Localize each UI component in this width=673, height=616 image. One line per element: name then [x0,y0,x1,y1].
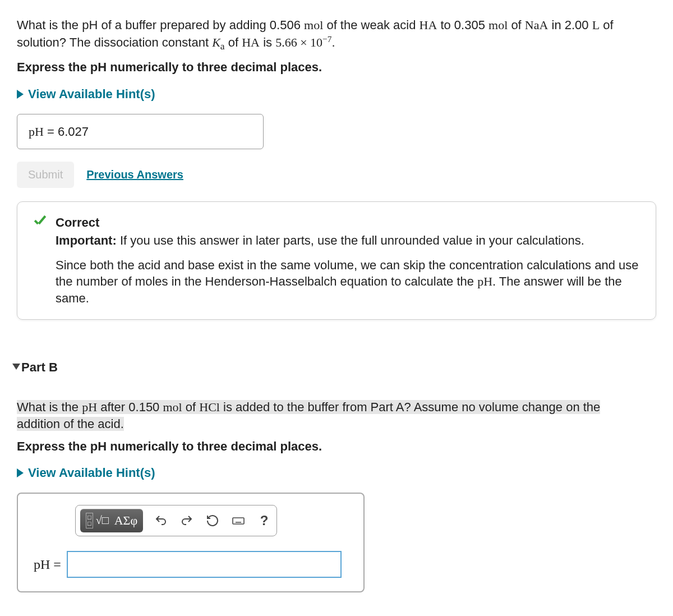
keyboard-icon[interactable] [231,513,246,528]
undo-icon[interactable] [153,513,169,528]
view-hints-button-b[interactable]: View Available Hint(s) [17,465,656,481]
reset-icon[interactable] [205,513,220,528]
submit-button: Submit [17,162,74,188]
part-b-header[interactable]: Part B [17,359,656,376]
chevron-right-icon [17,468,24,477]
svg-rect-0 [233,518,244,524]
answer-label: pH = [34,555,61,573]
part-a-instruction: Express the pH numerically to three deci… [17,59,656,76]
chevron-right-icon [17,90,24,99]
ph-input[interactable] [67,551,342,578]
view-hints-button[interactable]: View Available Hint(s) [17,86,656,103]
part-b-question: What is the pH after 0.150 mol of HCl is… [17,399,656,432]
previous-answers-link[interactable]: Previous Answers [86,167,183,182]
redo-icon[interactable] [179,513,195,528]
chevron-down-icon [12,364,20,370]
part-a-question: What is the pH of a buffer prepared by a… [17,17,656,53]
part-a-answer-display: pH = 6.027 [17,114,264,150]
feedback-panel: Correct Important: If you use this answe… [17,201,656,319]
help-icon[interactable]: ? [256,513,272,528]
part-b-instruction: Express the pH numerically to three deci… [17,438,656,455]
answer-input-panel: □□ √□ ΑΣφ ? pH = [17,493,365,592]
template-icon[interactable]: □□ √□ [86,512,109,529]
check-icon [33,215,48,230]
equation-toolbar: □□ √□ ΑΣφ ? [75,505,277,536]
symbols-button[interactable]: ΑΣφ [114,512,137,529]
